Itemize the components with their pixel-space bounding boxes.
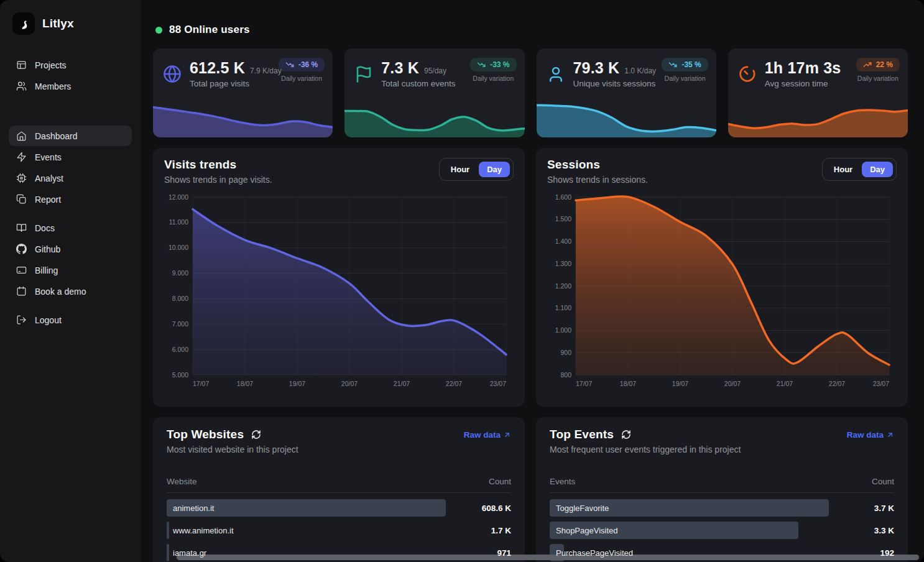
row-count: 3.3 K xyxy=(874,526,894,535)
svg-text:900: 900 xyxy=(560,349,571,356)
horizontal-scrollbar[interactable] xyxy=(177,555,919,560)
user-icon xyxy=(547,65,565,83)
top-websites-card: Top Websites Raw data Most visited websi… xyxy=(153,417,525,562)
svg-text:800: 800 xyxy=(560,371,571,379)
sidebar-item-projects[interactable]: Projects xyxy=(9,55,132,75)
sidebar-spacer xyxy=(9,210,132,218)
sidebar-item-label: Analyst xyxy=(35,173,63,183)
column-left: Events xyxy=(550,477,575,486)
raw-data-link[interactable]: Raw data xyxy=(847,430,894,440)
svg-text:17/07: 17/07 xyxy=(576,380,592,387)
online-status-dot xyxy=(155,27,162,34)
svg-text:1.400: 1.400 xyxy=(555,237,571,245)
sidebar: Litlyx Projects Members Dashboard Events… xyxy=(0,0,141,562)
sidebar-item-label: Dashboard xyxy=(35,131,78,141)
trend-up-icon xyxy=(863,60,872,69)
svg-text:1.300: 1.300 xyxy=(555,260,571,267)
row-label: ToggleFavorite xyxy=(550,504,609,513)
sidebar-item-book-a-demo[interactable]: Book a demo xyxy=(9,281,132,302)
brand-name: Litlyx xyxy=(42,17,74,30)
visits-trends-card: Visits trends Shows trends in page visit… xyxy=(153,148,525,407)
row-label: iamata.gr xyxy=(167,548,206,558)
stat-card-session-time: 1h 17m 3s Avg session time 22 % Daily va… xyxy=(728,48,908,137)
table-columns: Events Count xyxy=(550,477,894,493)
sparkline-custom-events xyxy=(344,96,524,137)
column-left: Website xyxy=(167,477,197,486)
svg-text:19/07: 19/07 xyxy=(672,380,688,387)
home-icon xyxy=(16,131,27,141)
calendar-icon xyxy=(16,286,27,297)
sidebar-item-members[interactable]: Members xyxy=(9,76,132,96)
toggle-hour-button[interactable]: Hour xyxy=(826,162,861,177)
sidebar-item-analyst[interactable]: Analyst xyxy=(9,168,132,188)
sidebar-item-label: Book a demo xyxy=(35,287,86,297)
refresh-icon[interactable] xyxy=(251,430,261,440)
sidebar-item-label: Docs xyxy=(35,223,55,233)
column-right: Count xyxy=(872,477,894,486)
stat-label: Total custom events xyxy=(381,79,455,88)
row-label: ShopPageVisited xyxy=(550,526,618,535)
svg-text:1.100: 1.100 xyxy=(555,304,571,311)
variation-label: Daily variation xyxy=(470,75,516,82)
online-users: 88 Online users xyxy=(155,24,908,36)
toggle-day-button[interactable]: Day xyxy=(862,162,893,177)
raw-data-link[interactable]: Raw data xyxy=(464,430,511,440)
row-label: animetion.it xyxy=(167,504,214,513)
table-subtitle: Most visited website in this project xyxy=(167,445,511,454)
svg-text:20/07: 20/07 xyxy=(341,380,358,387)
sidebar-item-label: Billing xyxy=(35,265,58,275)
sidebar-item-label: Logout xyxy=(35,315,62,325)
sidebar-spacer xyxy=(9,302,132,310)
svg-text:10.000: 10.000 xyxy=(169,244,188,251)
trend-down-icon xyxy=(477,60,486,69)
variation-label: Daily variation xyxy=(662,75,708,82)
cpu-icon xyxy=(16,173,27,183)
row-count: 1.7 K xyxy=(491,526,511,535)
sidebar-item-dashboard[interactable]: Dashboard xyxy=(9,126,132,146)
chart-subtitle: Shows trends in page visits. xyxy=(164,175,272,185)
sidebar-item-label: Report xyxy=(35,195,61,205)
chart-title: Visits trends xyxy=(164,158,272,172)
sidebar-item-label: Projects xyxy=(35,60,67,70)
sidebar-item-events[interactable]: Events xyxy=(9,147,132,167)
stat-card-page-visits: 612.5 K 7.9 K/day Total page visits -36 … xyxy=(153,48,333,137)
daily-variation-badge: -33 % xyxy=(470,58,516,71)
visits-trends-chart: 5.0006.0007.0008.0009.00010.00011.00012.… xyxy=(164,191,514,391)
svg-text:18/07: 18/07 xyxy=(237,380,253,387)
zap-icon xyxy=(16,152,27,162)
table-rows: ToggleFavorite 3.7 K ShopPageVisited 3.3… xyxy=(550,499,894,562)
refresh-icon[interactable] xyxy=(621,430,631,440)
daily-variation-badge: -35 % xyxy=(662,58,708,71)
stat-value: 79.3 K xyxy=(573,59,620,77)
svg-text:1.500: 1.500 xyxy=(555,215,571,223)
online-users-text: 88 Online users xyxy=(169,24,250,36)
row-label: www.animetion.it xyxy=(167,526,234,535)
tables-row: Top Websites Raw data Most visited websi… xyxy=(153,417,908,562)
svg-text:11.000: 11.000 xyxy=(169,218,188,226)
table-row[interactable]: www.animetion.it 1.7 K xyxy=(167,522,511,539)
trend-down-icon xyxy=(285,60,294,69)
row-label: PurchasePageVisited xyxy=(550,548,633,558)
toggle-day-button[interactable]: Day xyxy=(479,162,510,177)
svg-text:22/07: 22/07 xyxy=(446,380,462,387)
top-events-card: Top Events Raw data Most frequent user e… xyxy=(536,417,908,562)
table-row[interactable]: ToggleFavorite 3.7 K xyxy=(550,499,894,517)
sidebar-item-logout[interactable]: Logout xyxy=(9,310,132,330)
sidebar-item-label: Github xyxy=(35,244,60,254)
stat-rate: 7.9 K/day xyxy=(250,67,282,75)
sidebar-item-billing[interactable]: Billing xyxy=(9,260,132,280)
toggle-hour-button[interactable]: Hour xyxy=(443,162,478,177)
variation-label: Daily variation xyxy=(279,75,325,82)
svg-text:8.000: 8.000 xyxy=(172,295,188,302)
table-row[interactable]: animetion.it 608.6 K xyxy=(167,499,511,517)
sidebar-item-docs[interactable]: Docs xyxy=(9,218,132,238)
table-row[interactable]: ShopPageVisited 3.3 K xyxy=(550,522,894,539)
sidebar-item-github[interactable]: Github xyxy=(9,239,132,259)
sidebar-item-report[interactable]: Report xyxy=(9,189,132,210)
sidebar-item-label: Events xyxy=(35,152,62,162)
svg-text:23/07: 23/07 xyxy=(490,380,506,387)
stat-value: 7.3 K xyxy=(381,59,419,77)
svg-text:9.000: 9.000 xyxy=(172,269,188,277)
stat-rate: 95/day xyxy=(424,67,446,75)
arrow-up-right-icon xyxy=(886,431,894,439)
